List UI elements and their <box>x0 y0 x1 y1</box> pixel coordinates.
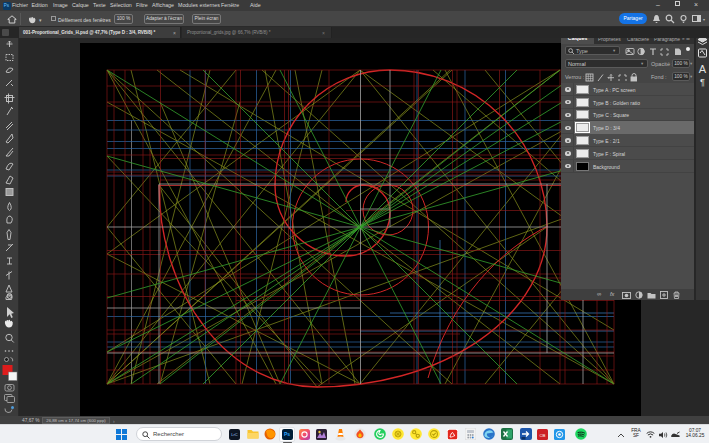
svg-text:A: A <box>699 63 707 75</box>
svg-text:¶: ¶ <box>700 77 705 87</box>
svg-text:CIB: CIB <box>540 433 547 437</box>
